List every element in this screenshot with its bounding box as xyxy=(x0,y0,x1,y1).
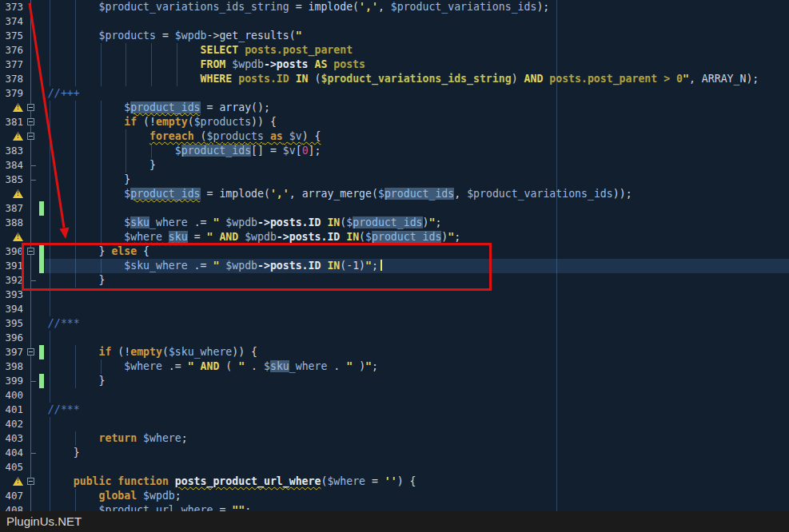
fold-toggle-icon[interactable] xyxy=(27,104,34,111)
warning-icon[interactable] xyxy=(13,132,23,141)
code-token: ( xyxy=(162,346,169,358)
warning-icon[interactable] xyxy=(13,103,23,112)
change-bar-column xyxy=(38,388,45,403)
code-text[interactable] xyxy=(45,331,789,345)
code-text[interactable]: return $where; xyxy=(45,431,789,446)
line-number[interactable]: 399 xyxy=(0,374,26,388)
code-text[interactable]: //*** xyxy=(45,316,789,331)
code-token: IN xyxy=(327,260,340,272)
code-text[interactable] xyxy=(45,417,789,431)
code-text[interactable]: } xyxy=(45,446,789,460)
change-bar-column xyxy=(38,129,45,144)
line-number[interactable]: 405 xyxy=(0,460,26,474)
line-number[interactable]: 392 xyxy=(0,273,26,288)
code-text[interactable] xyxy=(45,460,789,474)
line-number[interactable]: 385 xyxy=(0,173,26,187)
code-text[interactable] xyxy=(45,201,789,216)
code-token: ; xyxy=(372,260,378,272)
line-number[interactable]: 396 xyxy=(0,331,26,345)
code-text[interactable] xyxy=(45,288,789,302)
code-text[interactable]: $where .= " AND ( " . $sku_where . " )"; xyxy=(45,359,789,374)
line-number[interactable]: 402 xyxy=(0,417,26,431)
line-number[interactable]: 397 xyxy=(0,345,26,359)
line-number[interactable] xyxy=(0,474,26,489)
fold-column xyxy=(26,101,38,115)
fold-column xyxy=(26,403,38,417)
line-number[interactable]: 374 xyxy=(0,14,26,29)
line-number[interactable]: 404 xyxy=(0,446,26,460)
line-number[interactable]: 373 xyxy=(0,0,26,14)
fold-toggle-icon[interactable] xyxy=(27,133,34,140)
line-number[interactable]: 403 xyxy=(0,431,26,446)
code-token: '' xyxy=(385,475,397,487)
fold-column xyxy=(26,129,38,144)
warning-icon[interactable] xyxy=(13,477,23,486)
line-number[interactable]: 384 xyxy=(0,158,26,173)
code-text[interactable]: public function posts_product_url_where(… xyxy=(45,474,789,489)
code-text[interactable]: if (!empty($sku_where)) { xyxy=(45,345,789,359)
code-token: sku xyxy=(130,216,149,228)
code-text[interactable]: if (!empty($products)) { xyxy=(45,115,789,129)
code-text[interactable]: SELECT posts.post_parent xyxy=(45,43,789,58)
line-number[interactable] xyxy=(0,187,26,201)
line-number[interactable]: 400 xyxy=(0,388,26,403)
code-line: 395//*** xyxy=(0,316,789,331)
line-number[interactable]: 387 xyxy=(0,201,26,216)
line-number[interactable]: 394 xyxy=(0,302,26,316)
line-number[interactable] xyxy=(0,129,26,144)
code-text[interactable]: $product_ids[] = $v[0]; xyxy=(45,144,789,158)
fold-toggle-icon[interactable] xyxy=(27,478,34,485)
line-number[interactable] xyxy=(0,101,26,115)
code-text[interactable]: FROM $wpdb->posts AS posts xyxy=(45,58,789,72)
fold-toggle-icon[interactable] xyxy=(27,118,34,125)
line-number[interactable]: 376 xyxy=(0,43,26,58)
code-text[interactable]: $where_sku = " AND $wpdb->posts.ID IN($p… xyxy=(45,230,789,244)
code-text[interactable]: $products = $wpdb->get_results(" xyxy=(45,29,789,43)
warning-icon[interactable] xyxy=(13,232,23,241)
line-number[interactable]: 401 xyxy=(0,403,26,417)
code-text[interactable]: $sku_where .= " $wpdb->posts.ID IN(-1)"; xyxy=(45,259,789,273)
code-text[interactable]: } xyxy=(45,158,789,173)
code-text[interactable]: $product_variations_ids_string = implode… xyxy=(45,0,789,14)
line-number[interactable]: 379 xyxy=(0,86,26,101)
code-text[interactable]: //+++ xyxy=(45,86,789,101)
warning-icon[interactable] xyxy=(13,189,23,198)
line-number[interactable]: 388 xyxy=(0,216,26,230)
change-bar-column xyxy=(38,115,45,129)
code-line: 400 xyxy=(0,388,789,403)
code-text[interactable]: foreach ($products as $v) { xyxy=(45,129,789,144)
fold-toggle-icon[interactable] xyxy=(27,248,34,255)
code-text[interactable]: //*** xyxy=(45,403,789,417)
code-text[interactable]: global $wpdb; xyxy=(45,489,789,503)
line-number[interactable]: 393 xyxy=(0,288,26,302)
code-text[interactable] xyxy=(45,302,789,316)
code-token: (! xyxy=(137,116,156,128)
code-token: -> xyxy=(207,30,220,42)
code-text[interactable] xyxy=(45,388,789,403)
code-text[interactable]: WHERE posts.ID IN ($product_variations_i… xyxy=(45,72,789,86)
code-token: $wpdb xyxy=(175,30,207,42)
fold-end-icon xyxy=(31,280,36,281)
code-text[interactable]: } xyxy=(45,173,789,187)
line-number[interactable] xyxy=(0,230,26,244)
fold-toggle-icon[interactable] xyxy=(27,348,34,355)
line-number[interactable]: 407 xyxy=(0,489,26,503)
code-text[interactable]: $product_ids = array(); xyxy=(45,101,789,115)
line-number[interactable]: 383 xyxy=(0,144,26,158)
code-text[interactable]: $sku_where .= " $wpdb->posts.ID IN($prod… xyxy=(45,216,789,230)
code-text[interactable]: $product_ids = implode(',', array_merge(… xyxy=(45,187,789,201)
line-number[interactable]: 395 xyxy=(0,316,26,331)
line-number[interactable]: 378 xyxy=(0,72,26,86)
code-text[interactable]: } xyxy=(45,374,789,388)
code-editor[interactable]: 373$product_variations_ids_string = impl… xyxy=(0,0,789,532)
code-text[interactable]: } xyxy=(45,273,789,288)
code-token: $wpdb xyxy=(225,216,257,228)
code-text[interactable]: } else { xyxy=(45,244,789,259)
line-number[interactable]: 375 xyxy=(0,29,26,43)
line-number[interactable]: 377 xyxy=(0,58,26,72)
line-number[interactable]: 381 xyxy=(0,115,26,129)
code-text[interactable] xyxy=(45,14,789,29)
line-number[interactable]: 391 xyxy=(0,259,26,273)
line-number[interactable]: 390 xyxy=(0,244,26,259)
line-number[interactable]: 398 xyxy=(0,359,26,374)
